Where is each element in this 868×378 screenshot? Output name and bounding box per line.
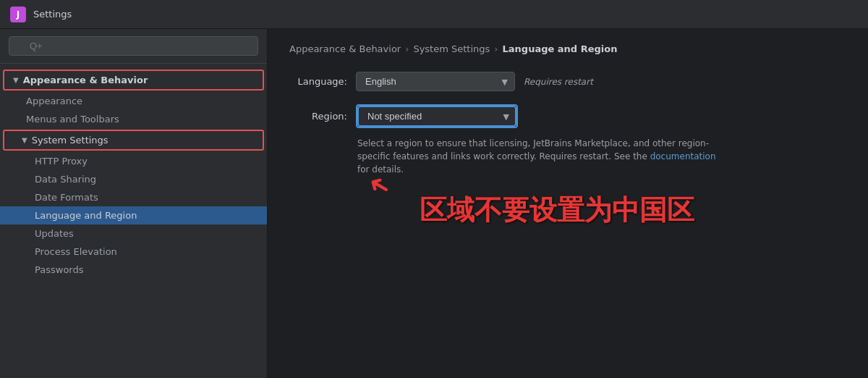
breadcrumb-sep-1: › (405, 43, 409, 54)
requires-restart-label: Requires restart (524, 77, 593, 87)
region-help-text: Select a region to ensure that licensing… (357, 137, 719, 176)
sidebar-item-process-elevation[interactable]: Process Elevation (0, 243, 267, 261)
region-setting-row: Region: Not specified ▼ (289, 104, 796, 128)
sidebar-item-updates[interactable]: Updates (0, 224, 267, 243)
sidebar-group-label: Appearance & Behavior (23, 75, 148, 85)
search-container: 🔍 (0, 29, 267, 64)
sidebar-item-appearance[interactable]: Appearance (0, 92, 267, 110)
region-label: Region: (289, 111, 347, 122)
sidebar-item-http-proxy[interactable]: HTTP Proxy (0, 152, 267, 170)
subsection-items: HTTP Proxy Data Sharing Date Formats Lan… (0, 152, 267, 279)
title-bar: J Settings (0, 0, 868, 29)
language-setting-row: Language: English ▼ Requires restart (289, 72, 796, 91)
sidebar-item-menus-toolbars[interactable]: Menus and Toolbars (0, 110, 267, 128)
app-icon: J (10, 7, 26, 22)
nav-section: ▼ Appearance & Behavior Appearance Menus… (0, 64, 267, 283)
subsection-label: System Settings (32, 135, 109, 146)
sidebar-item-passwords[interactable]: Passwords (0, 261, 267, 279)
region-select-wrapper: Not specified ▼ (356, 104, 518, 128)
sidebar-item-date-formats[interactable]: Date Formats (0, 188, 267, 206)
settings-content: Language: English ▼ Requires restart Reg… (289, 72, 796, 176)
region-select[interactable]: Not specified (357, 106, 516, 127)
sidebar-item-data-sharing[interactable]: Data Sharing (0, 170, 267, 188)
breadcrumb: Appearance & Behavior › System Settings … (289, 43, 846, 54)
sidebar-item-system-settings[interactable]: ▼ System Settings (3, 130, 264, 151)
language-select[interactable]: English (356, 72, 515, 91)
breadcrumb-sep-2: › (494, 43, 498, 54)
breadcrumb-part-2: System Settings (413, 43, 490, 54)
chevron-icon: ▼ (13, 76, 19, 84)
breadcrumb-part-3: Language and Region (503, 43, 618, 54)
chevron-subsection-icon: ▼ (22, 136, 27, 144)
language-select-wrapper: English ▼ (356, 72, 515, 91)
window-title: Settings (33, 9, 72, 20)
search-input[interactable] (9, 36, 258, 56)
breadcrumb-part-1: Appearance & Behavior (289, 43, 401, 54)
language-label: Language: (289, 76, 347, 87)
documentation-link[interactable]: documentation (650, 151, 716, 161)
sidebar-item-appearance-behavior[interactable]: ▼ Appearance & Behavior (3, 70, 264, 91)
content-area: Appearance & Behavior › System Settings … (268, 29, 868, 378)
sidebar: 🔍 ▼ Appearance & Behavior Appearance Men… (0, 29, 268, 378)
sidebar-item-language-region[interactable]: Language and Region (0, 206, 267, 224)
